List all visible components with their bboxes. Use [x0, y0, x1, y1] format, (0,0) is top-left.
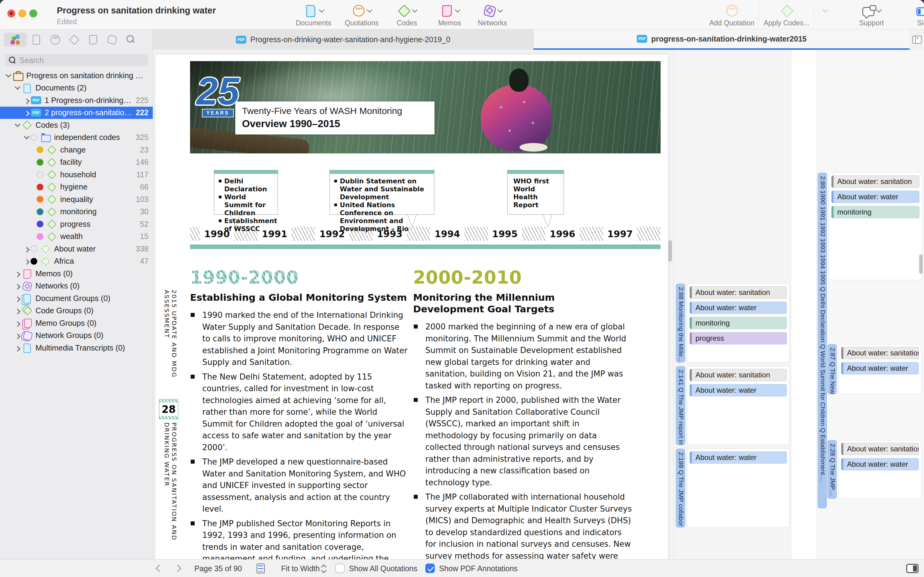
code-chip[interactable]: About water: water [690, 451, 787, 464]
expand-chevron-icon[interactable] [13, 282, 21, 290]
page-thumbnails-icon[interactable] [257, 564, 265, 573]
tree-row[interactable]: Africa 47 [0, 255, 153, 268]
zoom-mode-stepper-icon[interactable] [320, 564, 327, 573]
expand-chevron-icon[interactable] [13, 294, 21, 302]
code-chip[interactable]: About water: sanitation [841, 347, 919, 359]
tree-row[interactable]: Document Groups (0) [0, 292, 153, 305]
expand-chevron-icon[interactable] [23, 134, 31, 142]
chevron-down-icon[interactable] [367, 7, 372, 13]
chevron-down-icon[interactable] [319, 7, 324, 13]
quotation-group[interactable]: 2:28 Q The JMP… About water: sanitationA… [827, 440, 922, 499]
expand-chevron-icon[interactable] [4, 71, 12, 79]
documents-navigator-tab[interactable] [27, 33, 46, 47]
codes-navigator-tab[interactable] [65, 33, 84, 47]
sidebar-search-field[interactable] [5, 54, 148, 66]
tree-row[interactable]: independent codes 325 [0, 131, 153, 144]
toolbar-overflow-button[interactable] [818, 2, 832, 18]
code-chip[interactable]: monitoring [690, 317, 787, 329]
next-page-button[interactable] [173, 564, 182, 573]
expand-chevron-icon[interactable] [23, 257, 31, 265]
show-pdf-annotations-checkbox[interactable] [425, 564, 435, 573]
expand-chevron-icon[interactable] [23, 109, 31, 117]
quotation-group[interactable]: 2:141 Q The JMP report in… About water: … [676, 366, 790, 445]
quotation-group[interactable]: 2:198 Q The JMP collabor… About water: w… [676, 449, 790, 527]
tree-row[interactable]: Networks (0) [0, 280, 153, 292]
tree-row[interactable]: change 23 [0, 143, 153, 156]
expand-chevron-icon[interactable] [13, 84, 21, 92]
close-button[interactable] [7, 10, 15, 18]
code-chip[interactable]: About water: water [841, 362, 919, 374]
expand-chevron-icon[interactable] [23, 245, 31, 253]
document-scrollbar-thumb[interactable] [668, 240, 672, 262]
tree-row[interactable]: hygiene 66 [0, 181, 153, 193]
chevron-down-icon[interactable] [455, 7, 460, 13]
pdf-document-pane[interactable]: 25 YEARS Twenty-Five Years of WASH Monit… [153, 50, 674, 559]
networks-navigator-tab[interactable] [103, 33, 122, 47]
toolbar-button[interactable]: Codes [392, 2, 422, 27]
code-chip[interactable]: About water: water [831, 191, 919, 203]
chevron-down-icon[interactable] [497, 7, 503, 13]
tree-row[interactable]: Network Groups (0) [0, 329, 153, 342]
code-chip[interactable]: About water: sanitation [841, 443, 919, 455]
code-chip[interactable]: About water: sanitation [690, 286, 787, 298]
hide-margin-panel-icon[interactable] [906, 564, 919, 573]
expand-chevron-icon[interactable] [23, 96, 31, 104]
quotation-bar[interactable]: 2:89 1990 1991 1992 1993 1994 1995 Q Del… [818, 172, 827, 508]
sidebars-toggle-group[interactable]: Sidebars [911, 2, 924, 27]
tree-row[interactable]: About water 338 [0, 243, 153, 255]
expand-chevron-icon[interactable] [13, 319, 21, 327]
memos-navigator-tab[interactable] [84, 33, 103, 47]
project-explorer-tab[interactable] [4, 33, 27, 47]
quotation-bar[interactable]: 2:198 Q The JMP collabor… [676, 449, 685, 527]
code-chip[interactable]: About water: sanitation [831, 176, 919, 188]
tree-row[interactable]: Multimedia Transcripts (0) [0, 342, 153, 354]
code-chip[interactable]: monitoring [831, 206, 919, 218]
expand-chevron-icon[interactable] [13, 269, 21, 277]
expand-chevron-icon[interactable] [13, 332, 21, 340]
document-tab-active[interactable]: progress-on-sanitation-drinking-water201… [533, 29, 910, 50]
expand-chevron-icon[interactable] [13, 307, 21, 315]
quotations-navigator-tab[interactable] [46, 33, 65, 47]
tree-row[interactable]: Memo Groups (0) [0, 317, 153, 329]
add-quotation-button[interactable]: Add Quotation [709, 2, 755, 27]
expand-chevron-icon[interactable] [13, 344, 21, 352]
search-input[interactable] [19, 56, 136, 65]
code-chip[interactable]: About water: sanitation [690, 369, 787, 381]
tree-row[interactable]: progress 52 [0, 218, 153, 230]
tree-row[interactable]: Progress on sanitation drinking wa… [0, 69, 153, 82]
show-all-quotations-checkbox[interactable] [335, 564, 344, 573]
quotation-group[interactable]: 2:88 Monitoring the Mille… About water: … [676, 284, 790, 363]
code-chip[interactable]: About water: water [690, 301, 787, 314]
expand-chevron-icon[interactable] [13, 121, 21, 129]
toolbar-button[interactable]: Documents [296, 2, 331, 27]
tree-row[interactable]: Code Groups (0) [0, 305, 153, 317]
toolbar-button[interactable]: Networks [478, 2, 507, 27]
apply-codes-button[interactable]: Apply Codes... [764, 2, 810, 27]
toolbar-button[interactable]: Memos [435, 2, 464, 27]
previous-page-button[interactable] [154, 564, 163, 573]
tree-row[interactable]: household 117 [0, 168, 153, 181]
left-sidebar-toggle-icon[interactable] [916, 7, 924, 16]
right-pane-scrollbar-thumb[interactable] [919, 254, 923, 274]
toolbar-button[interactable]: Quotations [344, 2, 378, 27]
tree-row[interactable]: wealth 15 [0, 230, 153, 243]
split-editor-icon[interactable] [913, 36, 922, 44]
quotation-group[interactable]: 2:87 Q The New… About water: sanitationA… [827, 344, 922, 394]
code-chip[interactable]: About water: water [841, 458, 919, 471]
tree-row[interactable]: Codes (3) [0, 119, 153, 131]
search-navigator-tab[interactable] [122, 33, 140, 47]
quotation-bar[interactable]: 2:87 Q The New… [827, 344, 837, 394]
tree-row[interactable]: 2 progress-on-sanitatio… 222 [0, 106, 153, 119]
quotation-bar[interactable]: 2:88 Monitoring the Mille… [676, 284, 685, 363]
tree-row[interactable]: 1 Progress-on-drinking-… 225 [0, 94, 153, 106]
tree-row[interactable]: facility 146 [0, 156, 153, 169]
zoom-button[interactable] [29, 10, 37, 18]
code-chip[interactable]: About water: water [690, 384, 787, 396]
chevron-down-icon[interactable] [412, 7, 417, 13]
minimize-button[interactable] [18, 10, 26, 18]
quotation-bar[interactable]: 2:141 Q The JMP report in… [676, 366, 685, 445]
support-button[interactable]: Support [850, 2, 893, 27]
zoom-mode-label[interactable]: Fit to Width [281, 564, 320, 573]
code-chip[interactable]: progress [690, 332, 787, 345]
quotation-bar[interactable]: 2:28 Q The JMP… [827, 440, 837, 499]
